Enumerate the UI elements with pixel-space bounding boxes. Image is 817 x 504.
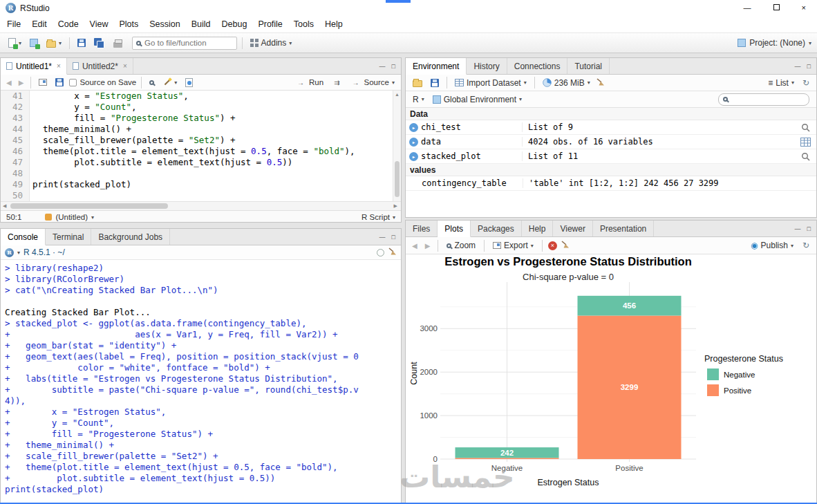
document-outline-selector[interactable]: (Untitled)▾: [45, 213, 94, 221]
memory-usage-button[interactable]: 236 MiB▾: [540, 77, 593, 89]
plots-tab-files[interactable]: Files: [406, 221, 438, 236]
environment-object-data[interactable]: ▶data4024 obs. of 16 variables: [406, 135, 816, 149]
goto-file-input[interactable]: [144, 39, 226, 47]
code-line[interactable]: fill = "Progesterone Status") +: [32, 113, 401, 124]
horizontal-scroll-thumb[interactable]: [10, 203, 168, 209]
publish-button[interactable]: ◉Publish▾: [748, 239, 796, 252]
environment-object-stacked_plot[interactable]: ▶stacked_plotList of 11: [406, 149, 816, 164]
expand-icon[interactable]: ▶: [409, 138, 418, 147]
refresh-environment-button[interactable]: ↻: [800, 77, 812, 89]
plots-tab-plots[interactable]: Plots: [438, 221, 471, 237]
vertical-scroll-thumb[interactable]: [395, 161, 400, 197]
environment-tab-connections[interactable]: Connections: [507, 58, 568, 74]
forward-icon[interactable]: ▶: [17, 79, 26, 86]
console-output[interactable]: > library(reshape2)> library(RColorBrewe…: [1, 260, 401, 504]
environment-object-chi_test[interactable]: ▶chi_testList of 9: [406, 120, 816, 135]
menu-code[interactable]: Code: [53, 16, 84, 32]
editor-vertical-scrollbar[interactable]: ▲: [393, 91, 401, 201]
print-button[interactable]: [111, 37, 125, 49]
code-line[interactable]: x = "Estrogen Status",: [32, 91, 401, 102]
environment-scope-selector[interactable]: Global Environment▾: [430, 93, 525, 106]
minimize-button[interactable]: —: [744, 0, 751, 16]
export-plot-button[interactable]: Export▾: [490, 239, 536, 252]
view-object-icon[interactable]: [801, 152, 811, 162]
environment-search-box[interactable]: [718, 93, 809, 106]
code-line[interactable]: theme_minimal() +: [32, 124, 401, 135]
code-tools-button[interactable]: ▾: [160, 77, 180, 88]
maximize-pane-icon[interactable]: □: [807, 225, 811, 232]
zoom-plot-button[interactable]: Zoom: [444, 239, 478, 252]
code-line[interactable]: plot.subtitle = element_text(hjust = 0.5…: [32, 157, 401, 168]
menu-file[interactable]: File: [1, 16, 26, 32]
project-menu[interactable]: Project: (None) ▾: [738, 38, 811, 48]
source-tab-2[interactable]: Untitled2*×: [67, 58, 133, 74]
save-source-button[interactable]: [53, 77, 66, 88]
maximize-pane-icon[interactable]: □: [392, 63, 395, 70]
console-tab-console[interactable]: Console: [1, 229, 46, 245]
source-tab-1[interactable]: Untitled1*×: [1, 58, 67, 75]
minimize-pane-icon[interactable]: —: [795, 225, 801, 232]
load-workspace-button[interactable]: [410, 77, 425, 88]
maximize-pane-icon[interactable]: □: [807, 63, 811, 70]
source-button[interactable]: →Source▾: [348, 77, 397, 88]
view-data-icon[interactable]: [800, 138, 811, 147]
list-view-button[interactable]: ≡List▾: [765, 77, 797, 89]
code-editor[interactable]: 41424344454647484950 x = "Estrogen Statu…: [1, 91, 401, 201]
environment-object-contingency_table[interactable]: contingency_table'table' int [1:2, 1:2] …: [406, 176, 816, 191]
code-content[interactable]: x = "Estrogen Status", y = "Count", fill…: [30, 91, 401, 201]
plots-tab-presentation[interactable]: Presentation: [593, 221, 654, 236]
environment-tab-environment[interactable]: Environment: [406, 58, 467, 75]
open-in-new-window-button[interactable]: [36, 77, 50, 87]
code-line[interactable]: [32, 190, 401, 201]
import-dataset-button[interactable]: Import Dataset▾: [452, 77, 529, 89]
environment-tab-history[interactable]: History: [467, 58, 507, 74]
environment-search-input[interactable]: [731, 95, 800, 104]
plots-tab-packages[interactable]: Packages: [471, 221, 522, 236]
maximize-pane-icon[interactable]: □: [392, 234, 395, 241]
menu-debug[interactable]: Debug: [216, 16, 253, 32]
code-line[interactable]: print(stacked_plot): [32, 179, 401, 190]
menu-build[interactable]: Build: [186, 16, 216, 32]
console-tab-terminal[interactable]: Terminal: [46, 229, 91, 245]
plots-tab-help[interactable]: Help: [522, 221, 554, 236]
refresh-plot-button[interactable]: ↻: [800, 239, 812, 252]
next-plot-icon[interactable]: ▶: [423, 242, 433, 250]
close-button[interactable]: ×: [802, 0, 806, 16]
minimize-pane-icon[interactable]: —: [379, 234, 386, 241]
plots-tab-viewer[interactable]: Viewer: [553, 221, 592, 236]
find-replace-button[interactable]: [147, 79, 157, 86]
rerun-button[interactable]: ⇉: [329, 77, 344, 88]
menu-tools[interactable]: Tools: [288, 16, 319, 32]
save-button[interactable]: [75, 37, 88, 48]
maximize-button[interactable]: [773, 0, 780, 16]
remove-plot-icon[interactable]: ×: [548, 241, 557, 250]
previous-plot-icon[interactable]: ◀: [410, 242, 420, 250]
environment-tab-tutorial[interactable]: Tutorial: [567, 58, 610, 74]
expand-icon[interactable]: ▶: [409, 152, 418, 161]
source-on-save-checkbox[interactable]: [69, 79, 77, 86]
run-button[interactable]: →Run: [292, 77, 326, 88]
code-line[interactable]: y = "Count",: [32, 102, 401, 113]
menu-plots[interactable]: Plots: [113, 16, 144, 32]
save-all-button[interactable]: [91, 37, 108, 50]
language-selector[interactable]: R▾: [410, 93, 427, 106]
clear-console-icon[interactable]: [388, 247, 397, 258]
menu-edit[interactable]: Edit: [26, 16, 53, 32]
code-line[interactable]: [32, 168, 401, 179]
console-tab-background-jobs[interactable]: Background Jobs: [91, 229, 170, 245]
expand-icon[interactable]: ▶: [409, 123, 418, 132]
new-project-button[interactable]: [27, 37, 41, 48]
clear-environment-icon[interactable]: [596, 77, 605, 88]
code-line[interactable]: scale_fill_brewer(palette = "Set2") +: [32, 135, 401, 146]
open-file-button[interactable]: ▾: [44, 37, 64, 49]
code-line[interactable]: theme(plot.title = element_text(hjust = …: [32, 146, 401, 157]
compile-report-button[interactable]: [182, 77, 196, 88]
close-tab-icon[interactable]: ×: [57, 62, 61, 70]
menu-profile[interactable]: Profile: [252, 16, 288, 32]
clear-all-plots-icon[interactable]: [561, 240, 570, 251]
new-file-button[interactable]: ▾: [6, 37, 24, 49]
close-tab-icon[interactable]: ×: [123, 62, 127, 70]
minimize-pane-icon[interactable]: —: [379, 63, 386, 70]
view-object-icon[interactable]: [801, 123, 811, 133]
editor-horizontal-scrollbar[interactable]: ◀ ▶: [1, 201, 401, 210]
